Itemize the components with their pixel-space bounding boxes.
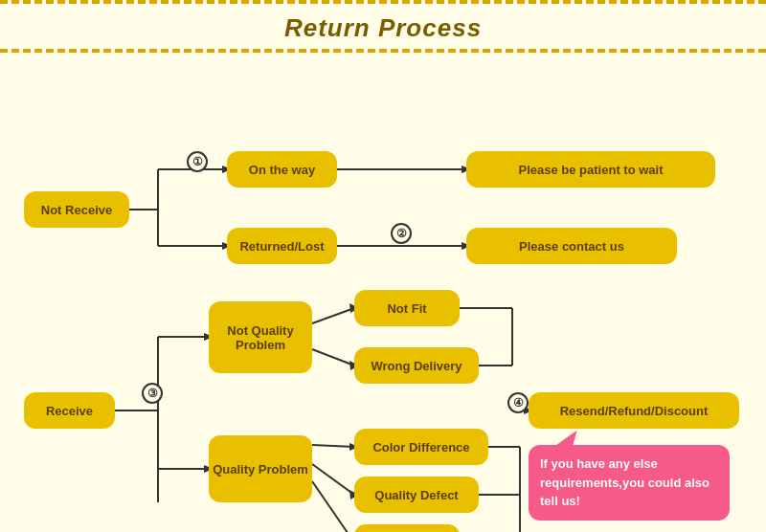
not-receive-btn: Not Receive — [24, 191, 129, 228]
quality-defect-btn: Quality Defect — [354, 477, 479, 513]
header: Return Process — [0, 0, 766, 53]
please-contact-btn: Please contact us — [466, 228, 677, 264]
circle-4: ④ — [507, 392, 529, 413]
color-difference-btn: Color Difference — [354, 429, 488, 465]
circle-1: ① — [187, 151, 208, 172]
speech-bubble: If you have any else requirements,you co… — [529, 445, 730, 521]
on-the-way-btn: On the way — [227, 151, 337, 188]
circle-2: ② — [391, 223, 412, 244]
svg-line-18 — [312, 349, 354, 366]
quality-problem-btn: Quality Problem — [209, 435, 312, 502]
wrong-delivery-btn: Wrong Delivery — [354, 347, 479, 384]
returned-lost-btn: Returned/Lost — [227, 228, 337, 264]
svg-line-20 — [312, 445, 354, 447]
svg-line-24 — [312, 481, 354, 532]
not-fit-btn: Not Fit — [354, 290, 460, 326]
not-quality-problem-btn: Not Quality Problem — [209, 301, 312, 373]
content-area: ① ② ③ ④ Not Receive On the way Returned/… — [0, 53, 766, 532]
resend-refund-btn: Resend/Refund/Discount — [529, 392, 739, 429]
svg-line-22 — [312, 464, 354, 495]
circle-3: ③ — [142, 383, 163, 404]
receive-btn: Receive — [24, 392, 115, 429]
page-title: Return Process — [284, 13, 482, 42]
svg-line-16 — [312, 308, 354, 323]
please-be-patient-btn: Please be patient to wait — [466, 151, 715, 188]
damage-btn: Damage — [354, 524, 460, 532]
